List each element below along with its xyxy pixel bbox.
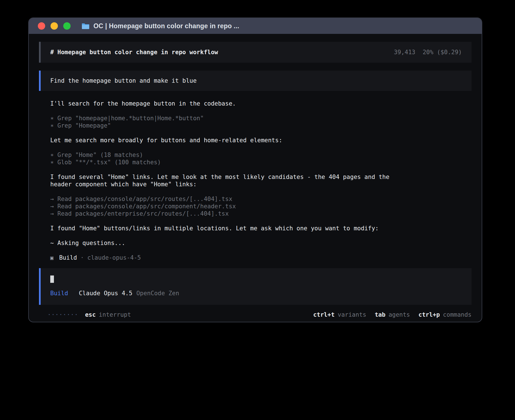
agent-model: claude-opus-4-5 [87, 254, 141, 261]
shortcut-agents: tab agents [375, 311, 410, 318]
session-header: # Homepage button color change in repo w… [39, 42, 472, 63]
agent-separator: · [80, 254, 84, 261]
mode-label[interactable]: Build [50, 290, 68, 297]
terminal-content: # Homepage button color change in repo w… [29, 34, 482, 318]
traffic-lights [38, 22, 71, 30]
zoom-button[interactable] [63, 22, 71, 30]
tab-key: tab [375, 311, 385, 318]
ctrl-p-key: ctrl+p [418, 311, 440, 318]
assistant-text: Let me search more broadly for buttons a… [50, 137, 400, 144]
tool-call-read: → Read packages/enterprise/src/routes/[.… [50, 210, 400, 217]
context-cost: 20% ($0.29) [423, 49, 462, 56]
variants-label: variants [338, 311, 366, 318]
tool-call-read: → Read packages/console/app/src/routes/[… [50, 195, 400, 203]
shortcut-commands: ctrl+p commands [418, 311, 472, 318]
agent-icon: ▣ [50, 254, 53, 261]
agents-label: agents [389, 311, 410, 318]
tool-call-grep: ∗ Grep "homepage|home.*button|Home.*butt… [50, 115, 400, 122]
model-label[interactable]: Claude Opus 4.5 [79, 290, 132, 297]
spinner: ········ [47, 311, 78, 318]
assistant-status-text: ~ Asking questions... [50, 239, 400, 247]
titlebar: OC | Homepage button color change in rep… [29, 18, 482, 34]
ctrl-t-key: ctrl+t [313, 311, 335, 318]
text-cursor [50, 275, 54, 283]
tool-call-read: → Read packages/console/app/src/componen… [50, 203, 400, 210]
close-button[interactable] [38, 22, 45, 30]
terminal-window: OC | Homepage button color change in rep… [28, 18, 482, 322]
shortcut-variants: ctrl+t variants [313, 311, 366, 318]
esc-key: esc [85, 311, 96, 318]
assistant-text: I found "Home" buttons/links in multiple… [50, 225, 400, 232]
shortcut-esc: esc interrupt [85, 311, 131, 318]
provider-label: OpenCode Zen [136, 290, 179, 297]
prompt-input[interactable]: Build Claude Opus 4.5 OpenCode Zen [39, 268, 472, 305]
tool-call-glob: ∗ Glob "**/*.tsx" (100 matches) [50, 159, 400, 166]
assistant-text: I'll search for the homepage button in t… [50, 100, 400, 107]
window-title: OC | Homepage button color change in rep… [93, 22, 239, 30]
session-stats: 39,413 20% ($0.29) [394, 49, 462, 56]
agent-name: Build [59, 254, 77, 261]
tool-call-grep: ∗ Grep "Homepage" [50, 122, 400, 129]
status-bar: ········ esc interrupt ctrl+t variants t… [39, 311, 472, 318]
agent-status-row: ▣ Build · claude-opus-4-5 [50, 254, 472, 261]
desktop: OC | Homepage button color change in rep… [0, 0, 515, 420]
session-title: # Homepage button color change in repo w… [50, 49, 218, 56]
title-group: OC | Homepage button color change in rep… [81, 22, 239, 30]
commands-label: commands [443, 311, 472, 318]
esc-label: interrupt [99, 311, 131, 318]
folder-icon [81, 23, 90, 29]
tool-call-grep: ∗ Grep "Home" (18 matches) [50, 151, 400, 159]
status-right: ctrl+t variants tab agents ctrl+p comman… [313, 311, 472, 318]
assistant-transcript: I'll search for the homepage button in t… [50, 100, 400, 247]
status-left: ········ esc interrupt [47, 311, 131, 318]
input-meta: Build Claude Opus 4.5 OpenCode Zen [50, 290, 462, 297]
user-message: Find the homepage button and make it blu… [39, 71, 472, 91]
assistant-text: I found several "Home" links. Let me loo… [50, 173, 400, 188]
token-count: 39,413 [394, 49, 415, 56]
minimize-button[interactable] [51, 22, 58, 30]
user-message-text: Find the homepage button and make it blu… [50, 77, 197, 84]
